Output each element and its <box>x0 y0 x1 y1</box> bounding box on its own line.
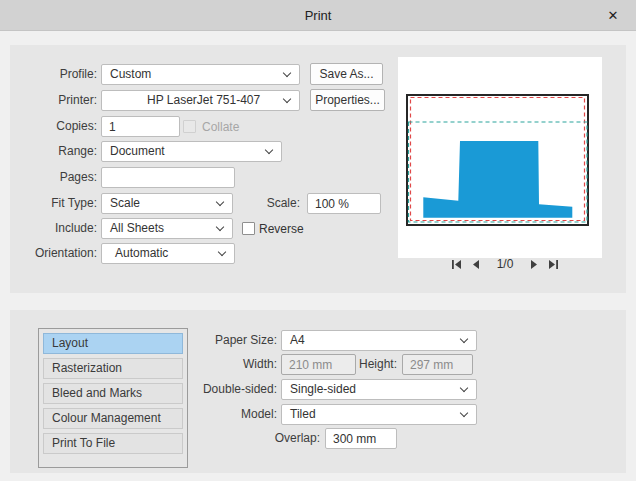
double-sided-dropdown[interactable]: Single-sided <box>281 379 477 400</box>
include-value: All Sheets <box>110 221 164 235</box>
last-page-icon[interactable] <box>548 259 559 270</box>
chevron-down-icon <box>460 409 468 417</box>
preview-page-graphic <box>398 57 602 258</box>
range-label: Range: <box>18 141 97 162</box>
profile-label: Profile: <box>18 64 97 85</box>
copies-input[interactable] <box>101 116 180 137</box>
printer-dropdown[interactable]: HP LaserJet 751-407 <box>101 90 300 111</box>
collate-label: Collate <box>202 117 239 137</box>
page-navigation: 1/0 <box>430 255 580 273</box>
previous-page-icon[interactable] <box>471 259 480 270</box>
section-item-bleed-and-marks[interactable]: Bleed and Marks <box>43 383 183 404</box>
height-input <box>402 354 473 375</box>
layout-settings-panel: Layout Rasterization Bleed and Marks Col… <box>10 310 626 473</box>
orientation-value: Automatic <box>110 246 168 260</box>
paper-size-label: Paper Size: <box>177 330 277 351</box>
width-label: Width: <box>177 354 277 375</box>
model-dropdown[interactable]: Tiled <box>281 404 477 425</box>
title-bar: Print ✕ <box>0 0 636 31</box>
include-label: Include: <box>18 218 97 239</box>
section-item-print-to-file[interactable]: Print To File <box>43 433 183 454</box>
section-item-layout[interactable]: Layout <box>43 333 183 354</box>
overlap-input[interactable] <box>325 428 397 449</box>
page-indicator: 1/0 <box>497 257 514 271</box>
close-icon[interactable]: ✕ <box>604 7 622 25</box>
chevron-down-icon <box>283 95 291 103</box>
next-page-icon[interactable] <box>530 259 539 270</box>
section-item-colour-management[interactable]: Colour Management <box>43 408 183 429</box>
section-item-rasterization[interactable]: Rasterization <box>43 358 183 379</box>
double-sided-value: Single-sided <box>290 382 356 396</box>
settings-section-list: Layout Rasterization Bleed and Marks Col… <box>38 328 188 468</box>
model-label: Model: <box>177 404 277 425</box>
range-value: Document <box>110 144 165 158</box>
include-dropdown[interactable]: All Sheets <box>101 218 233 239</box>
print-preview <box>398 57 602 258</box>
height-label: Height: <box>347 354 397 375</box>
chevron-down-icon <box>283 69 291 77</box>
print-settings-panel: Profile: Custom Save As... Printer: HP L… <box>10 45 626 293</box>
chevron-down-icon <box>265 146 273 154</box>
chevron-down-icon <box>216 198 224 206</box>
copies-label: Copies: <box>18 116 97 137</box>
printer-label: Printer: <box>18 90 97 111</box>
paper-size-value: A4 <box>290 333 305 347</box>
fit-type-dropdown[interactable]: Scale <box>101 193 233 214</box>
orientation-dropdown[interactable]: Automatic <box>101 243 235 264</box>
fit-type-value: Scale <box>110 196 140 210</box>
printer-value: HP LaserJet 751-407 <box>110 93 260 107</box>
first-page-icon[interactable] <box>451 259 462 270</box>
profile-dropdown[interactable]: Custom <box>101 64 300 85</box>
reverse-checkbox[interactable] <box>242 222 255 235</box>
save-as-button[interactable]: Save As... <box>310 63 383 85</box>
scale-label: Scale: <box>240 193 300 214</box>
pages-input[interactable] <box>101 167 235 188</box>
paper-size-dropdown[interactable]: A4 <box>281 330 477 351</box>
pages-label: Pages: <box>18 167 97 188</box>
overlap-label: Overlap: <box>240 428 320 449</box>
chevron-down-icon <box>460 335 468 343</box>
orientation-label: Orientation: <box>18 243 97 264</box>
fit-type-label: Fit Type: <box>18 193 97 214</box>
collate-checkbox <box>183 120 196 133</box>
scale-input[interactable] <box>307 193 381 214</box>
dialog-title: Print <box>0 8 636 23</box>
width-input <box>281 354 356 375</box>
model-value: Tiled <box>290 407 316 421</box>
chevron-down-icon <box>460 384 468 392</box>
chevron-down-icon <box>216 223 224 231</box>
profile-value: Custom <box>110 67 151 81</box>
chevron-down-icon <box>218 248 226 256</box>
double-sided-label: Double-sided: <box>177 379 277 400</box>
reverse-label: Reverse <box>259 219 304 239</box>
range-dropdown[interactable]: Document <box>101 141 282 162</box>
properties-button[interactable]: Properties... <box>310 89 385 111</box>
